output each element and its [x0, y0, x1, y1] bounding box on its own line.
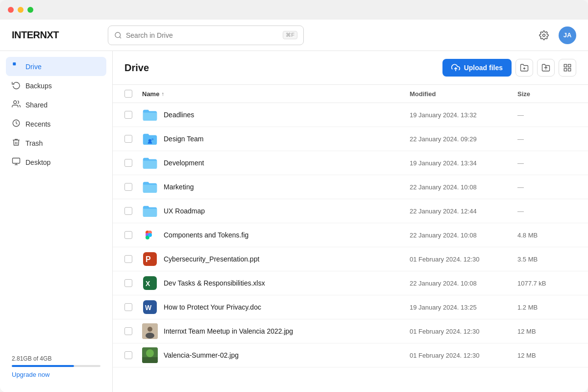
storage-bar-bg [12, 365, 100, 367]
svg-rect-14 [568, 64, 571, 67]
file-name-cell: P Cybersecurity_Presentation.ppt [142, 251, 410, 267]
sidebar-item-desktop[interactable]: Desktop [6, 153, 106, 172]
sidebar: Drive Backups [0, 51, 113, 392]
file-modified: 01 February 2024. 12:30 [410, 352, 517, 359]
header-actions: JA [535, 26, 576, 44]
select-all-checkbox[interactable] [124, 90, 132, 98]
row-checkbox[interactable] [124, 327, 142, 335]
gear-icon [539, 30, 549, 40]
file-name-cell: Deadlines [142, 107, 410, 123]
file-type-icon: W [142, 299, 158, 315]
file-name-cell: W How to Protect Your Privacy.doc [142, 299, 410, 315]
ppt-file-icon: P [143, 252, 157, 266]
sidebar-item-backups[interactable]: Backups [6, 76, 106, 95]
xlsx-file-icon: X [143, 276, 157, 290]
file-name-cell: X Dev Tasks & Responsibilities.xlsx [142, 275, 410, 291]
search-bar[interactable]: ⌘F [108, 26, 304, 45]
table-row[interactable]: Marketing 22 January 2024. 10:08 — [113, 175, 588, 199]
file-name-cell: Components and Tokens.fig [142, 227, 410, 243]
jpg-nature-icon [142, 347, 158, 363]
table-row[interactable]: Design Team 22 January 2024. 09:29 — [113, 127, 588, 151]
table-row[interactable]: Valencia-Summer-02.jpg 01 February 2024.… [113, 343, 588, 367]
row-checkbox[interactable] [124, 303, 142, 311]
sidebar-item-trash[interactable]: Trash [6, 133, 106, 153]
search-shortcut: ⌘F [283, 31, 297, 39]
sidebar-item-drive[interactable]: Drive [6, 57, 106, 76]
table-row[interactable]: Development 19 January 2024. 13:34 — [113, 151, 588, 175]
file-name-cell: Design Team [142, 131, 410, 147]
storage-label: 2.81GB of 4GB [12, 355, 100, 362]
row-checkbox[interactable] [124, 111, 142, 119]
file-name: Components and Tokens.fig [164, 231, 248, 239]
grid-view-button[interactable] [559, 59, 576, 77]
file-name: Deadlines [164, 111, 194, 119]
new-folder-icon [520, 63, 529, 72]
table-row[interactable]: Deadlines 19 January 2024. 13:32 — [113, 103, 588, 127]
row-checkbox[interactable] [124, 183, 142, 191]
file-size: 4.8 MB [517, 232, 576, 239]
avatar[interactable]: JA [559, 26, 576, 44]
upload-files-button[interactable]: Upload files [442, 59, 512, 77]
sidebar-item-desktop-label: Desktop [25, 158, 50, 166]
svg-point-0 [115, 32, 121, 38]
file-modified: 22 January 2024. 10:08 [410, 280, 517, 287]
table-row[interactable]: W How to Protect Your Privacy.doc 19 Jan… [113, 295, 588, 319]
table-row[interactable]: X Dev Tasks & Responsibilities.xlsx 22 J… [113, 271, 588, 295]
upload-icon [451, 63, 460, 72]
file-type-icon [142, 323, 158, 339]
file-name: Dev Tasks & Responsibilities.xlsx [164, 279, 265, 287]
name-column-header[interactable]: Name ↑ [142, 90, 410, 98]
sidebar-item-backups-label: Backups [25, 82, 52, 90]
size-column-header: Size [517, 90, 576, 98]
table-row[interactable]: Internxt Team Meetup in Valencia 2022.jp… [113, 319, 588, 343]
search-input[interactable] [126, 31, 279, 39]
file-name: Valencia-Summer-02.jpg [164, 351, 239, 359]
file-size: — [517, 159, 576, 167]
sidebar-item-drive-label: Drive [25, 63, 42, 71]
table-row[interactable]: UX Roadmap 22 January 2024. 12:44 — [113, 199, 588, 223]
maximize-button[interactable] [27, 7, 33, 13]
row-checkbox[interactable] [124, 159, 142, 167]
file-size: 1077.7 kB [517, 280, 576, 287]
row-checkbox[interactable] [124, 135, 142, 143]
upload-folder-button[interactable] [537, 59, 555, 77]
checkbox-header [124, 90, 142, 98]
svg-point-24 [148, 233, 152, 237]
row-checkbox[interactable] [124, 279, 142, 287]
table-row[interactable]: P Cybersecurity_Presentation.ppt 01 Febr… [113, 247, 588, 271]
table-row[interactable]: Components and Tokens.fig 22 January 202… [113, 223, 588, 247]
file-size: 12 MB [517, 328, 576, 335]
svg-point-4 [14, 101, 17, 104]
new-folder-button[interactable] [515, 59, 533, 77]
sidebar-item-recents[interactable]: Recents [6, 114, 106, 133]
file-size: — [517, 135, 576, 143]
upload-folder-icon [541, 63, 550, 72]
settings-button[interactable] [535, 26, 553, 44]
file-modified: 22 January 2024. 10:08 [410, 232, 517, 239]
minimize-button[interactable] [18, 7, 24, 13]
recents-icon [12, 119, 21, 129]
grid-icon [563, 63, 572, 72]
jpg-person-icon [142, 323, 158, 339]
folder-icon [142, 179, 158, 195]
file-type-icon [142, 203, 158, 219]
file-size: — [517, 183, 576, 191]
sort-arrow: ↑ [161, 91, 164, 97]
file-modified: 01 February 2024. 12:30 [410, 256, 517, 263]
svg-line-1 [120, 37, 121, 38]
drive-icon [12, 61, 21, 72]
file-modified: 19 January 2024. 13:32 [410, 111, 517, 119]
file-type-icon [142, 131, 158, 147]
close-button[interactable] [8, 7, 14, 13]
row-checkbox[interactable] [124, 231, 142, 239]
doc-file-icon: W [143, 300, 157, 314]
file-table: Name ↑ Modified Size Deadlines 19 Januar… [113, 85, 588, 392]
sidebar-item-shared[interactable]: Shared [6, 95, 106, 114]
file-modified: 19 January 2024. 13:34 [410, 159, 517, 167]
upgrade-link[interactable]: Upgrade now [12, 371, 100, 378]
row-checkbox[interactable] [124, 255, 142, 263]
file-type-icon [142, 227, 158, 243]
row-checkbox[interactable] [124, 207, 142, 215]
modified-column-header: Modified [410, 90, 517, 98]
row-checkbox[interactable] [124, 351, 142, 359]
